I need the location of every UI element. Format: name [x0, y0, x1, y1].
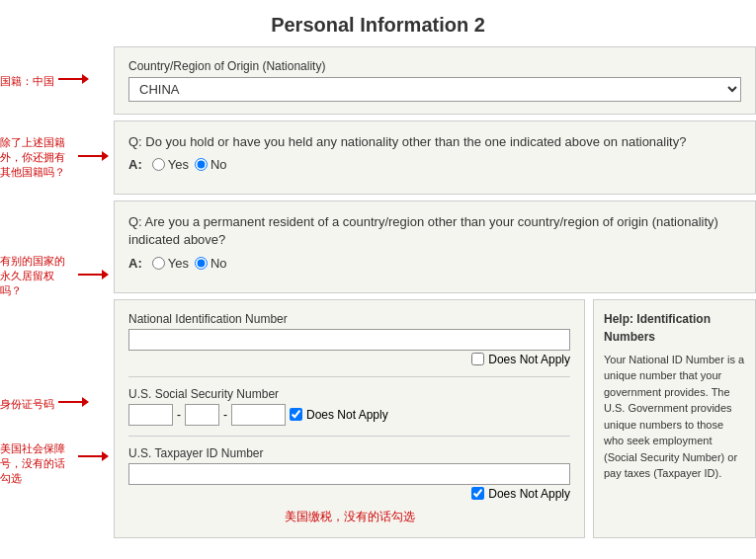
- q1-yes-label: Yes: [168, 157, 189, 172]
- center-content: Country/Region of Origin (Nationality) C…: [114, 46, 756, 559]
- ssn-dna-label: Does Not Apply: [306, 408, 388, 422]
- q1-block: Q: Do you hold or have you held any nati…: [128, 133, 741, 172]
- q2-yes-label: Yes: [168, 256, 189, 271]
- national-id-dna-row: Does Not Apply: [128, 353, 570, 366]
- q2-no-option[interactable]: No: [195, 256, 227, 271]
- q2-no-radio[interactable]: [195, 257, 208, 270]
- country-section: Country/Region of Origin (Nationality) C…: [114, 46, 756, 115]
- q2-yes-radio[interactable]: [152, 257, 165, 270]
- q1-no-option[interactable]: No: [195, 157, 227, 172]
- q1-yes-radio[interactable]: [152, 158, 165, 171]
- arrow-line-2: [78, 155, 103, 157]
- national-id-dna-label: Does Not Apply: [488, 353, 570, 366]
- left-annotations: 国籍：中国 除了上述国籍外，你还拥有其他国籍吗？ 有别的国家的永久居留权吗？ 身…: [0, 46, 114, 559]
- national-id-input[interactable]: [128, 329, 570, 351]
- divider-1: [128, 376, 570, 377]
- q1-answer-label: A:: [128, 157, 142, 172]
- ssn-input-part3[interactable]: [231, 404, 286, 426]
- taxpayer-bottom-annotation: 美国缴税，没有的话勾选: [128, 509, 570, 525]
- country-label: Country/Region of Origin (Nationality): [128, 59, 741, 73]
- taxpayer-dna-checkbox[interactable]: [471, 487, 484, 500]
- q1-answer-row: A: Yes No: [128, 157, 741, 172]
- id-numbers-wrapper: National Identification Number Does Not …: [114, 299, 756, 538]
- taxpayer-dna-label: Does Not Apply: [488, 487, 570, 501]
- help-column: Help: Identification Numbers Your Nation…: [593, 299, 756, 538]
- annotation-national-id: 身份证号码: [0, 397, 83, 412]
- ssn-input-part1[interactable]: [128, 404, 173, 426]
- q1-section: Q: Do you hold or have you held any nati…: [114, 120, 756, 195]
- ssn-dna-checkbox[interactable]: [290, 408, 302, 421]
- arrow-line: [58, 78, 83, 80]
- country-select[interactable]: CHINA UNITED STATES CANADA UNITED KINGDO…: [128, 77, 741, 102]
- q2-answer-label: A:: [128, 256, 142, 271]
- annotation-ssn: 美国社会保障号，没有的话勾选: [0, 441, 103, 486]
- q2-yes-option[interactable]: Yes: [152, 256, 189, 271]
- annotation-other-nationality: 除了上述国籍外，你还拥有其他国籍吗？: [0, 135, 103, 180]
- arrow-line-5: [78, 455, 103, 457]
- ssn-dash-1: -: [177, 408, 181, 422]
- ssn-input-part2[interactable]: [185, 404, 219, 426]
- arrow-line-3: [78, 274, 103, 276]
- annotation-nationality: 国籍：中国: [0, 74, 83, 89]
- divider-2: [128, 436, 570, 437]
- taxpayer-section: U.S. Taxpayer ID Number Does Not Apply: [128, 446, 570, 501]
- q1-yes-option[interactable]: Yes: [152, 157, 189, 172]
- taxpayer-dna-row: Does Not Apply: [128, 487, 570, 501]
- q2-section: Q: Are you a permanent resident of a cou…: [114, 200, 756, 292]
- q2-no-label: No: [210, 256, 227, 271]
- national-id-section: National Identification Number Does Not …: [128, 312, 570, 366]
- country-select-wrapper: CHINA UNITED STATES CANADA UNITED KINGDO…: [128, 77, 741, 102]
- help-title: Help: Identification Numbers: [604, 310, 745, 346]
- national-id-label: National Identification Number: [128, 312, 570, 326]
- taxpayer-label: U.S. Taxpayer ID Number: [128, 446, 570, 460]
- help-box: Help: Identification Numbers Your Nation…: [593, 299, 756, 538]
- arrow-line-4: [58, 401, 83, 403]
- ssn-label: U.S. Social Security Number: [128, 387, 570, 401]
- ssn-dash-2: -: [223, 408, 227, 422]
- national-id-dna-checkbox[interactable]: [471, 353, 484, 365]
- q2-answer-row: A: Yes No: [128, 256, 741, 271]
- ssn-section: U.S. Social Security Number - - Does Not…: [128, 387, 570, 426]
- annotation-permanent-resident: 有别的国家的永久居留权吗？: [0, 254, 103, 298]
- q2-block: Q: Are you a permanent resident of a cou…: [128, 213, 741, 270]
- q1-question: Q: Do you hold or have you held any nati…: [128, 133, 741, 151]
- help-body: Your National ID Number is a unique numb…: [604, 352, 745, 482]
- id-numbers-section: National Identification Number Does Not …: [114, 299, 585, 538]
- q1-no-label: No: [210, 157, 227, 172]
- taxpayer-input[interactable]: [128, 463, 570, 485]
- page-title: Personal Information 2: [0, 0, 756, 46]
- ssn-input-row: - - Does Not Apply: [128, 404, 570, 426]
- q2-question: Q: Are you a permanent resident of a cou…: [128, 213, 741, 249]
- q1-no-radio[interactable]: [195, 158, 208, 171]
